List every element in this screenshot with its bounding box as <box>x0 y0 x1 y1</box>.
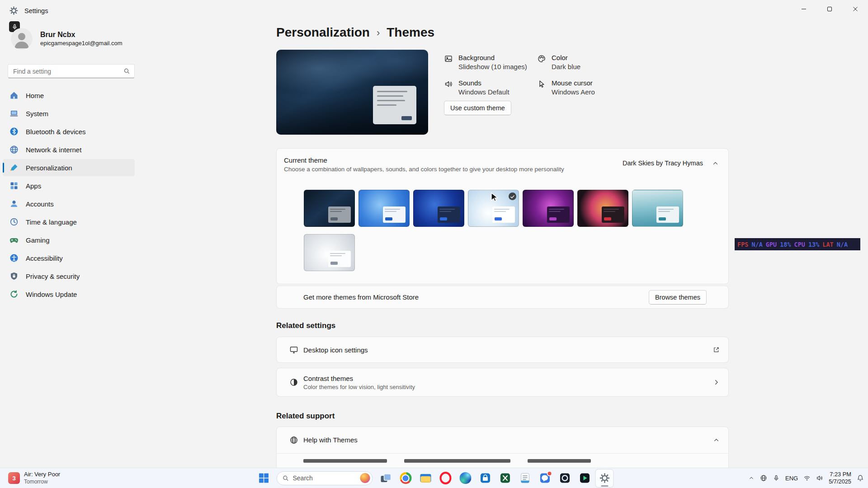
minimize-button[interactable] <box>791 0 816 18</box>
row-sublabel: Color themes for low vision, light sensi… <box>303 384 415 390</box>
taskbar-center: Search <box>255 468 613 488</box>
theme-thumbnail-light-swirl[interactable] <box>304 234 355 271</box>
collapse-themes-button[interactable] <box>708 156 722 170</box>
chrome-icon[interactable] <box>397 469 415 487</box>
store-label: Get more themes from Microsoft Store <box>303 293 419 301</box>
network-icon <box>9 145 19 154</box>
theme-thumbnail-dark-skies[interactable] <box>304 190 355 227</box>
settings-app-icon[interactable] <box>596 469 613 487</box>
settings-search-box[interactable] <box>8 64 135 78</box>
setting-label: Background <box>458 54 527 62</box>
weather-line1: Air: Very Poor <box>24 471 60 478</box>
sidebar-item-update[interactable]: Windows Update <box>3 286 135 303</box>
wifi-icon[interactable] <box>803 474 811 482</box>
app-icon-dark[interactable] <box>556 469 574 487</box>
opera-icon[interactable] <box>437 469 454 487</box>
tray-time: 7:23 PM <box>829 471 851 478</box>
taskbar-search[interactable]: Search <box>277 471 373 485</box>
setting-value: Slideshow (10 images) <box>458 62 527 71</box>
cursor-icon <box>537 80 546 89</box>
sidebar-item-time[interactable]: Time & language <box>3 213 135 230</box>
setting-value: Dark blue <box>552 62 580 71</box>
user-name: Brur Ncbx <box>40 30 123 39</box>
chat-icon[interactable] <box>536 469 554 487</box>
bluetooth-icon <box>9 127 19 136</box>
volume-icon[interactable] <box>816 474 823 482</box>
sidebar-item-apps[interactable]: Apps <box>3 177 135 194</box>
sidebar-item-label: Personalization <box>26 164 72 172</box>
file-explorer-icon[interactable] <box>417 469 434 487</box>
theme-thumbnail-warm-flower-dark[interactable] <box>577 190 628 227</box>
current-theme-card: Current theme Choose a combination of wa… <box>276 148 729 284</box>
sidebar-item-home[interactable]: Home <box>3 87 135 104</box>
microsoft-store-icon[interactable] <box>476 469 494 487</box>
theme-mini-window <box>383 206 406 223</box>
sidebar-item-system[interactable]: System <box>3 105 135 122</box>
task-view-button[interactable] <box>377 469 395 487</box>
breadcrumb-parent[interactable]: Personalization <box>276 25 370 40</box>
contrast-themes-row[interactable]: Contrast themes Color themes for low vis… <box>276 368 729 397</box>
sidebar-item-label: Windows Update <box>26 291 77 298</box>
app-title: Settings <box>24 7 48 14</box>
close-icon <box>853 6 858 12</box>
avatar <box>11 28 33 50</box>
bing-highlight-icon <box>360 473 370 483</box>
sounds-setting: SoundsWindows Default <box>444 79 537 96</box>
tray-network-icon[interactable] <box>760 474 767 482</box>
search-input[interactable] <box>13 68 123 75</box>
theme-thumbnail-blue-bloom-dark[interactable] <box>413 190 464 227</box>
sidebar-item-accounts[interactable]: Accounts <box>3 195 135 212</box>
use-custom-theme-button[interactable]: Use custom theme <box>444 101 511 115</box>
tray-chevron-up-icon[interactable] <box>748 475 755 481</box>
sidebar-item-label: Time & language <box>26 218 77 226</box>
theme-mini-window <box>373 86 416 124</box>
sidebar-item-network[interactable]: Network & internet <box>3 141 135 158</box>
accounts-icon <box>9 199 19 208</box>
app-title-group: Settings <box>9 6 48 15</box>
image-icon <box>444 54 453 63</box>
weather-widget[interactable]: 3 Air: Very Poor Tomorrow <box>5 468 64 488</box>
edge-icon[interactable] <box>457 469 474 487</box>
chevron-up-icon <box>712 436 720 444</box>
language-indicator[interactable]: ENG <box>785 475 798 482</box>
sidebar-item-bluetooth[interactable]: Bluetooth & devices <box>3 123 135 140</box>
setting-label: Sounds <box>458 79 509 88</box>
sidebar-item-gaming[interactable]: Gaming <box>3 231 135 249</box>
theme-mini-window <box>438 206 460 223</box>
system-icon <box>9 109 19 118</box>
clock[interactable]: 7:23 PM 5/7/2025 <box>829 471 851 485</box>
setting-label: Mouse cursor <box>552 79 595 88</box>
setting-value: Windows Default <box>458 88 509 97</box>
search-icon <box>123 68 130 75</box>
sidebar-item-accessibility[interactable]: Accessibility <box>3 249 135 267</box>
desktop-icon-settings-row[interactable]: Desktop icon settings <box>276 337 729 363</box>
notepad-icon[interactable] <box>516 469 534 487</box>
maximize-button[interactable] <box>816 0 842 18</box>
selected-theme-badge <box>509 192 516 200</box>
contrast-icon <box>289 378 298 387</box>
cursor-setting: Mouse cursorWindows Aero <box>537 79 595 96</box>
chevron-up-icon <box>712 160 719 167</box>
sidebar-item-privacy[interactable]: Privacy & security <box>3 267 135 285</box>
theme-mini-window <box>328 251 351 267</box>
theme-mini-window <box>492 206 515 223</box>
maximize-icon <box>827 6 832 12</box>
browse-themes-button[interactable]: Browse themes <box>649 290 707 305</box>
start-button[interactable] <box>255 469 273 487</box>
tray-date: 5/7/2025 <box>829 478 851 485</box>
windows-logo-icon <box>258 472 269 484</box>
personalization-icon <box>9 163 19 172</box>
chevron-right-icon <box>712 379 720 386</box>
notification-bell-icon[interactable] <box>857 474 864 482</box>
tray-mic-icon[interactable] <box>773 474 780 482</box>
close-button[interactable] <box>842 0 868 18</box>
sidebar-item-label: Bluetooth & devices <box>26 128 86 136</box>
theme-summary: BackgroundSlideshow (10 images)ColorDark… <box>444 54 595 97</box>
sidebar-item-personalization[interactable]: Personalization <box>3 159 135 176</box>
theme-thumbnail-blue-bloom[interactable] <box>359 190 410 227</box>
theme-thumbnail-teal-coast[interactable] <box>632 190 683 227</box>
theme-thumbnail-purple-glow[interactable] <box>523 190 574 227</box>
app-icon-play[interactable] <box>576 469 594 487</box>
sidebar-item-label: Gaming <box>26 236 50 244</box>
excel-icon[interactable] <box>496 469 514 487</box>
